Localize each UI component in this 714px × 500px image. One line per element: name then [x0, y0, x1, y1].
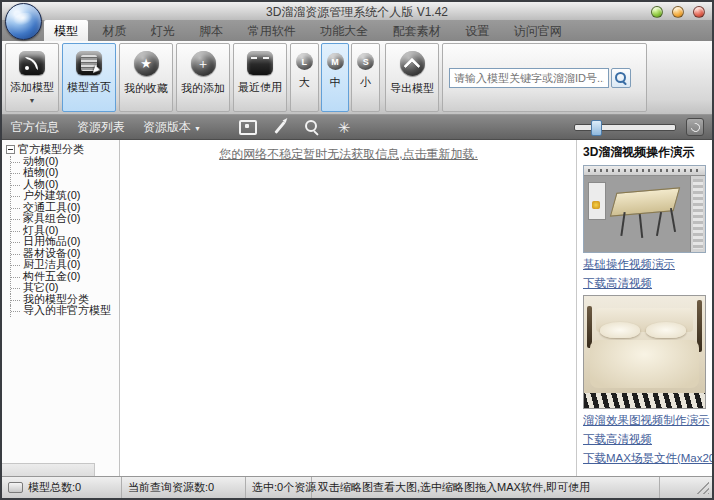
window-title: 3D溜溜资源管理系统个人版 V1.42	[2, 4, 712, 21]
add-model-label: 添加模型	[10, 80, 54, 95]
size-m-icon: M	[327, 53, 344, 70]
resize-grip[interactable]	[697, 482, 709, 494]
toolbar-right-group	[574, 118, 704, 136]
gear-icon: ✳	[338, 120, 351, 135]
link-render-video-demo[interactable]: 溜溜效果图视频制作演示	[583, 413, 706, 428]
content-area: 官方模型分类 动物(0) 植物(0) 人物(0) 户外建筑(0) 交通工具(0)…	[2, 140, 712, 477]
search-area	[442, 43, 647, 112]
status-hint-segment: 双击缩略图查看大图,选中缩略图拖入MAX软件,即可使用	[312, 477, 660, 498]
app-window: 3D溜溜资源管理系统个人版 V1.42 模型 材质 灯光 脚本 常用软件 功能大…	[0, 0, 714, 500]
settings-button[interactable]: ✳	[334, 118, 354, 136]
window-controls	[651, 6, 705, 18]
status-query-count: 当前查询资源数:0	[128, 480, 214, 495]
minimize-button[interactable]	[651, 6, 663, 18]
size-large-button[interactable]: L 大	[290, 43, 319, 112]
export-arrow-icon	[400, 51, 425, 76]
status-query-segment: 当前查询资源数:0	[122, 477, 246, 498]
status-total-models: 模型总数:0	[28, 480, 81, 495]
status-bar: 模型总数:0 当前查询资源数:0 选中:0个资源 双击缩略图查看大图,选中缩略图…	[2, 476, 712, 498]
star-icon: ★	[134, 51, 159, 76]
recently-used-button[interactable]: 最近使用	[233, 43, 287, 112]
chevron-down-icon: ▼	[194, 125, 201, 132]
tree-collapse-toggle[interactable]	[6, 145, 15, 154]
clock-history-icon	[247, 51, 273, 75]
slider-handle[interactable]	[591, 120, 602, 136]
thumb-side-panel	[690, 176, 705, 252]
capture-button[interactable]	[238, 118, 258, 136]
category-tree-panel: 官方模型分类 动物(0) 植物(0) 人物(0) 户外建筑(0) 交通工具(0)…	[2, 140, 120, 477]
status-grip-segment	[660, 477, 712, 498]
zoom-button[interactable]	[302, 118, 322, 136]
tree-root-imported-models[interactable]: 导入的非官方模型	[10, 305, 119, 317]
video-panel-title: 3D溜溜视频操作演示	[583, 144, 706, 161]
video-thumbnail-max-demo[interactable]	[583, 165, 706, 253]
size-s-icon: S	[357, 53, 374, 70]
pencil-icon	[274, 121, 285, 134]
my-favorites-label: 我的收藏	[124, 81, 168, 96]
zoom-in-icon	[305, 120, 319, 134]
status-hint-text: 双击缩略图查看大图,选中缩略图拖入MAX软件,即可使用	[318, 480, 590, 495]
tab-resource-version[interactable]: 资源版本▼	[134, 116, 210, 139]
tab-official-info[interactable]: 官方信息	[2, 116, 68, 139]
tab-resource-list[interactable]: 资源列表	[68, 116, 134, 139]
screenshot-icon	[239, 120, 257, 135]
title-bar: 3D溜溜资源管理系统个人版 V1.42	[2, 2, 712, 21]
chevron-down-icon: ▼	[29, 97, 36, 104]
thumb-toolbar-strip	[584, 166, 705, 176]
size-medium-button[interactable]: M 中	[321, 43, 350, 112]
video-demo-panel: 3D溜溜视频操作演示 基础操作视频演示 下载高清视频	[576, 140, 712, 477]
thumb-table-model	[610, 187, 680, 216]
link-basic-operation-demo[interactable]: 基础操作视频演示	[583, 257, 706, 272]
status-total-segment: 模型总数:0	[2, 477, 122, 498]
my-additions-label: 我的添加	[181, 81, 225, 96]
search-input[interactable]	[449, 68, 609, 88]
status-selected-count: 选中:0个资源	[252, 480, 316, 495]
link-download-max-scene[interactable]: 下载MAX场景文件(Max2009)	[583, 451, 706, 466]
size-medium-label: 中	[330, 75, 341, 90]
my-additions-button[interactable]: ＋ 我的添加	[176, 43, 230, 112]
app-logo-button[interactable]	[5, 3, 42, 40]
status-selected-segment: 选中:0个资源	[246, 477, 312, 498]
toggle-side-panel-button[interactable]	[686, 118, 704, 136]
model-home-label: 模型首页	[67, 80, 111, 95]
export-model-label: 导出模型	[390, 81, 434, 96]
video-thumbnail-bed[interactable]	[583, 295, 706, 409]
recently-used-label: 最近使用	[238, 80, 282, 95]
maximize-button[interactable]	[672, 6, 684, 18]
link-download-hd-video-1[interactable]: 下载高清视频	[583, 276, 706, 291]
model-count-icon	[8, 482, 23, 493]
search-button[interactable]	[611, 68, 631, 88]
annotate-button[interactable]	[270, 118, 290, 136]
export-model-button[interactable]: 导出模型	[385, 43, 439, 112]
size-l-icon: L	[296, 53, 313, 70]
plus-icon: ＋	[191, 51, 216, 76]
secondary-toolbar: 官方信息 资源列表 资源版本▼ ✳	[2, 115, 712, 140]
thumbnail-size-slider[interactable]	[574, 124, 676, 131]
size-small-button[interactable]: S 小	[351, 43, 380, 112]
link-download-hd-video-2[interactable]: 下载高清视频	[583, 432, 706, 447]
ribbon-toolbar: 添加模型 ▼ 模型首页 ★ 我的收藏 ＋ 我的添加 最近使用 L 大 M 中	[2, 41, 712, 115]
toolbar-icon-group: ✳	[238, 118, 354, 136]
size-small-label: 小	[360, 75, 371, 90]
cabinet-icon	[76, 51, 102, 75]
menu-tab-bar: 模型 材质 灯光 脚本 常用软件 功能大全 配套素材 设置 访问官网	[2, 20, 712, 41]
thumb-palette	[588, 182, 606, 220]
thumbnail-size-group: L 大 M 中 S 小	[290, 43, 382, 112]
close-button[interactable]	[693, 6, 705, 18]
rss-add-icon	[19, 51, 45, 75]
reload-link[interactable]: 您的网络不稳定暂时无法获取信息,点击重新加载.	[219, 146, 478, 163]
add-model-button[interactable]: 添加模型 ▼	[5, 43, 59, 112]
size-large-label: 大	[299, 75, 310, 90]
model-home-button[interactable]: 模型首页	[62, 43, 116, 112]
model-grid-area: 您的网络不稳定暂时无法获取信息,点击重新加载.	[121, 140, 576, 477]
my-favorites-button[interactable]: ★ 我的收藏	[119, 43, 173, 112]
tree-hscrollbar[interactable]	[2, 463, 95, 477]
tree-children: 动物(0) 植物(0) 人物(0) 户外建筑(0) 交通工具(0) 家具组合(0…	[10, 156, 119, 294]
resource-version-label: 资源版本	[143, 120, 191, 134]
magnifier-icon	[615, 72, 627, 84]
